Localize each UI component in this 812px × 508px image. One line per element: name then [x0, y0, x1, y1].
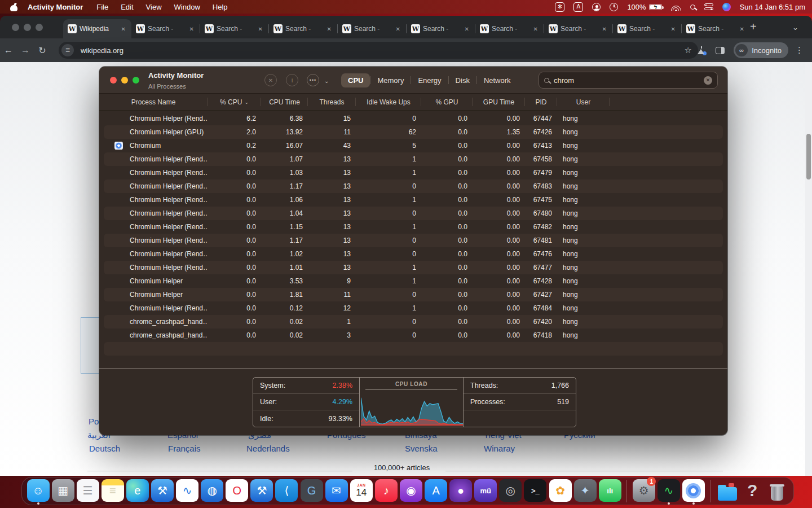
process-row[interactable]: Chromium Helper (Rend…0.01.041300.00.006…	[104, 207, 723, 220]
spotlight-icon[interactable]	[690, 5, 695, 10]
dock-item-godot[interactable]: G	[299, 478, 324, 505]
dock-item-chromium[interactable]	[681, 478, 705, 505]
tab-search[interactable]: WSearch - ✕	[613, 19, 681, 38]
dock-item-opera[interactable]: O	[225, 478, 249, 505]
address-bar[interactable]: ☰ wikipedia.org ☆	[59, 42, 698, 59]
clear-search-icon[interactable]: ✕	[704, 76, 712, 85]
dock-item-blue-browser-app[interactable]: ◍	[200, 478, 224, 505]
tab-search[interactable]: WSearch - ✕	[269, 19, 337, 38]
dock-item-vscode[interactable]: ⟨	[275, 478, 299, 505]
dock-item-help-placeholder[interactable]: ?	[740, 478, 765, 505]
menu-view[interactable]: View	[140, 3, 168, 11]
process-row[interactable]: Chromium Helper (Rend…0.01.031310.00.006…	[104, 166, 723, 179]
minimize-window-button[interactable]	[24, 24, 31, 31]
siri-icon[interactable]	[722, 3, 731, 11]
site-settings-icon[interactable]: ☰	[61, 44, 74, 56]
dock-item-finder[interactable]: ☺	[26, 478, 50, 505]
wikipedia-language-link[interactable]: Svenska	[405, 444, 438, 453]
tab-search[interactable]: WSearch - ✕	[200, 19, 268, 38]
forward-button[interactable]: →	[17, 45, 34, 55]
process-row[interactable]: Chromium Helper0.03.53910.00.0067428hong	[104, 274, 723, 288]
wikipedia-language-link[interactable]: Deutsch	[89, 444, 120, 453]
tab-search[interactable]: WSearch - ✕	[475, 19, 544, 38]
dock-item-trash[interactable]	[765, 478, 789, 505]
column-threads[interactable]: Threads	[308, 94, 356, 110]
dock-item-music[interactable]: ♪	[374, 478, 398, 505]
tab-cpu[interactable]: CPU	[341, 73, 370, 87]
wikipedia-language-link[interactable]: Nederlands	[246, 444, 290, 453]
tab-close-icon[interactable]: ✕	[120, 25, 127, 33]
dock-item-downloads-folder[interactable]	[716, 478, 740, 505]
tab-close-icon[interactable]: ✕	[739, 25, 745, 33]
window-tiling-icon[interactable]: ✻	[555, 2, 564, 12]
tab-search-chevron-icon[interactable]: ⌄	[792, 23, 798, 32]
tab-search[interactable]: WSearch - ✕	[544, 19, 612, 38]
process-row[interactable]: chrome_crashpad_hand…0.00.02300.00.00674…	[104, 329, 723, 342]
column-gpu[interactable]: % GPU	[421, 94, 473, 110]
process-row[interactable]: Chromium Helper (Rend…0.01.011310.00.006…	[104, 261, 723, 274]
process-row[interactable]: Chromium Helper (Rend…0.01.151310.00.006…	[104, 220, 723, 234]
dock-item-podcasts[interactable]: ◉	[399, 478, 423, 505]
tab-close-icon[interactable]: ✕	[257, 25, 264, 33]
minimize-button[interactable]	[121, 77, 128, 84]
column-pid[interactable]: PID	[525, 94, 557, 110]
process-row[interactable]: Chromium0.216.074350.00.0067413hong	[104, 139, 723, 152]
dock-item-activity-monitor[interactable]: ∿	[656, 478, 681, 505]
back-button[interactable]: ←	[0, 45, 17, 55]
process-row[interactable]: Chromium Helper (Rend…6.26.381500.00.006…	[104, 112, 723, 125]
tab-search[interactable]: WSearch - ✕	[131, 19, 200, 38]
tab-close-icon[interactable]: ✕	[532, 25, 539, 33]
browser-menu-icon[interactable]: ⋮	[795, 45, 804, 55]
close-window-button[interactable]	[12, 24, 19, 31]
column-cpu-time[interactable]: CPU Time	[261, 94, 308, 110]
menu-window[interactable]: Window	[168, 3, 206, 11]
apple-menu-icon[interactable]	[10, 3, 17, 11]
menu-edit[interactable]: Edit	[114, 3, 139, 11]
input-source-icon[interactable]: A	[573, 2, 583, 12]
tab-close-icon[interactable]: ✕	[395, 25, 401, 33]
battery-indicator[interactable]: 100% ϟ	[627, 3, 661, 11]
url-text[interactable]: wikipedia.org	[81, 46, 123, 55]
dock-item-edge[interactable]: e	[125, 478, 149, 505]
tab-disk[interactable]: Disk	[449, 73, 476, 87]
process-row[interactable]: Chromium Helper (Rend…0.01.171300.00.006…	[104, 179, 723, 193]
dock-item-notes[interactable]: ≡	[100, 478, 125, 505]
tab-search[interactable]: WSearch - ✕	[407, 19, 475, 38]
column-gpu-time[interactable]: GPU Time	[473, 94, 525, 110]
inspect-process-button[interactable]: i	[286, 74, 298, 86]
scrollbar-track[interactable]	[805, 62, 812, 476]
dock-item-github-desktop[interactable]: ●	[449, 478, 473, 505]
menu-help[interactable]: Help	[206, 3, 234, 11]
wikipedia-language-link[interactable]: Winaray	[484, 444, 515, 453]
tab-memory[interactable]: Memory	[370, 73, 411, 87]
dock-item-musescore[interactable]: mü	[474, 478, 498, 505]
dock-item-disc-player[interactable]: ◎	[498, 478, 523, 505]
reload-button[interactable]: ↻	[34, 45, 51, 56]
tab-energy[interactable]: Energy	[411, 73, 448, 87]
dock-item-app-store[interactable]: A	[424, 478, 448, 505]
fullscreen-button[interactable]	[133, 77, 139, 84]
menu-file[interactable]: File	[90, 3, 114, 11]
tab-search[interactable]: WSearch - ✕	[338, 19, 406, 38]
process-row[interactable]: Chromium Helper0.01.811100.00.0067427hon…	[104, 288, 723, 301]
dock-item-numbers[interactable]: ılı	[598, 478, 622, 505]
dock-item-reminders[interactable]: ☰	[76, 478, 100, 505]
tab-search[interactable]: WSearch - ✕	[682, 19, 750, 38]
dock-item-gray-star-app[interactable]: ✦	[573, 478, 597, 505]
process-row[interactable]: Chromium Helper (Rend…0.00.121210.00.006…	[104, 301, 723, 315]
scrollbar-thumb[interactable]	[806, 134, 811, 179]
tab-wikipedia[interactable]: WWikipedia✕	[63, 19, 131, 38]
process-row[interactable]: Chromium Helper (Rend…0.01.171300.00.006…	[104, 234, 723, 247]
dock-item-terminal[interactable]: >_	[523, 478, 548, 505]
dock-item-xcode[interactable]: ⚒	[150, 478, 174, 505]
new-tab-button[interactable]: +	[750, 21, 757, 32]
control-center-icon[interactable]	[704, 3, 713, 11]
search-field[interactable]: chrom ✕	[539, 72, 718, 89]
process-row[interactable]: Chromium Helper (Rend…0.01.071310.00.006…	[104, 152, 723, 166]
tab-close-icon[interactable]: ✕	[601, 25, 608, 33]
dock-item-xcode-2[interactable]: ⚒	[250, 478, 274, 505]
side-panel-icon[interactable]	[716, 47, 725, 54]
process-row[interactable]: Chromium Helper (Rend…0.01.061310.00.006…	[104, 193, 723, 207]
dock-item-mail[interactable]: ✉	[324, 478, 348, 505]
dock-item-photos[interactable]: ✿	[548, 478, 572, 505]
